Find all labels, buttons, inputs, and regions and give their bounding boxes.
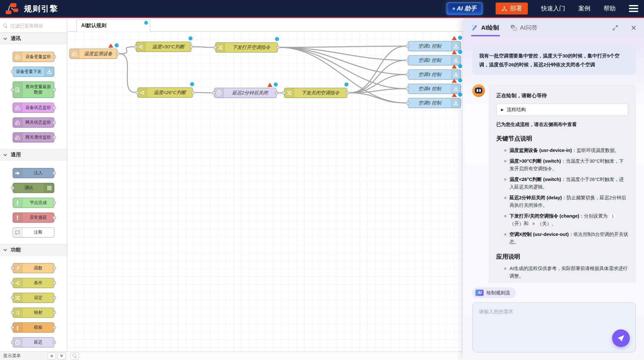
node-port[interactable] bbox=[11, 70, 14, 73]
palette-node[interactable]: 查询变量最新数据 bbox=[13, 81, 54, 98]
palette-node[interactable]: 注入 bbox=[13, 168, 54, 178]
palette-section-header[interactable]: 功能 bbox=[0, 244, 67, 255]
send-button[interactable] bbox=[612, 329, 630, 347]
node-port[interactable] bbox=[53, 296, 56, 299]
flow-node[interactable]: 温度监测设备 bbox=[69, 49, 117, 59]
node-port[interactable] bbox=[53, 267, 56, 270]
close-panel-button[interactable]: × bbox=[630, 24, 637, 33]
node-port[interactable] bbox=[53, 88, 56, 91]
node-port[interactable] bbox=[53, 216, 56, 219]
palette-node[interactable]: 映射 bbox=[13, 308, 54, 318]
node-port[interactable] bbox=[190, 45, 193, 48]
flow-structure-collapsible[interactable]: ▶ 流程结构 bbox=[496, 104, 628, 116]
node-port[interactable] bbox=[276, 46, 279, 49]
node-port[interactable] bbox=[53, 106, 56, 109]
nav-examples[interactable]: 案例 bbox=[578, 4, 590, 13]
palette-node[interactable]: f函数 bbox=[13, 263, 54, 273]
wire[interactable] bbox=[349, 93, 406, 103]
palette-node[interactable]: 异常捕获 bbox=[13, 213, 54, 223]
wire[interactable] bbox=[280, 47, 406, 75]
node-port[interactable] bbox=[53, 281, 56, 285]
node-port[interactable] bbox=[53, 201, 56, 204]
flow-node[interactable]: 空调2 控制 bbox=[408, 55, 461, 65]
node-port[interactable] bbox=[11, 281, 14, 285]
expand-panel-button[interactable] bbox=[611, 24, 619, 33]
flow-node[interactable]: 下发打开空调指令 bbox=[215, 42, 278, 52]
nav-help[interactable]: 帮助 bbox=[604, 4, 616, 13]
bang-icon bbox=[13, 198, 22, 207]
palette-node[interactable]: 延迟 bbox=[13, 337, 54, 347]
palette-node[interactable]: 设备状态监听 bbox=[13, 103, 54, 113]
node-port[interactable] bbox=[275, 91, 278, 94]
flow-node[interactable]: 空调1 控制 bbox=[408, 41, 461, 51]
node-port[interactable] bbox=[11, 88, 14, 91]
node-port[interactable] bbox=[136, 91, 139, 94]
nav-quickstart[interactable]: 快速入门 bbox=[541, 4, 565, 13]
node-port[interactable] bbox=[53, 341, 56, 344]
node-port[interactable] bbox=[11, 296, 14, 299]
tab-ai-draw[interactable]: AI绘制 bbox=[471, 24, 499, 36]
node-port[interactable] bbox=[53, 311, 56, 314]
palette-node[interactable]: 节点完成 bbox=[13, 198, 54, 208]
palette-node[interactable]: 设备变量监听 bbox=[13, 52, 54, 62]
wire[interactable] bbox=[193, 47, 213, 47]
palette-section-header[interactable]: 通讯 bbox=[0, 33, 67, 44]
node-port[interactable] bbox=[406, 45, 409, 48]
flow-node[interactable]: 温度<26°C判断 bbox=[137, 87, 193, 98]
ai-assistant-button[interactable]: AI 助手 bbox=[447, 3, 482, 15]
wire[interactable] bbox=[119, 47, 134, 54]
flow-node[interactable]: 空调4 控制 bbox=[408, 84, 461, 94]
expand-all-button[interactable] bbox=[57, 353, 66, 359]
node-port[interactable] bbox=[11, 267, 14, 270]
node-port[interactable] bbox=[406, 87, 409, 90]
flow-node[interactable]: 延迟2分钟后关闭 bbox=[214, 88, 277, 98]
flow-node[interactable]: 温度>30°C判断 bbox=[136, 42, 191, 52]
node-port[interactable] bbox=[406, 73, 409, 76]
node-port[interactable] bbox=[406, 59, 409, 62]
node-port[interactable] bbox=[283, 91, 286, 94]
palette-node[interactable]: 调试 bbox=[13, 183, 54, 193]
flow-node[interactable]: 空调5 控制 bbox=[408, 98, 461, 108]
change-icon bbox=[216, 43, 225, 52]
flow-node[interactable]: 空调3 控制 bbox=[408, 69, 461, 80]
node-port[interactable] bbox=[191, 91, 194, 94]
node-port[interactable] bbox=[53, 326, 56, 329]
deploy-button[interactable]: 部署 bbox=[496, 3, 528, 15]
flow-canvas[interactable]: 温度监测设备温度>30°C判断下发打开空调指令温度<26°C判断延迟2分钟后关闭… bbox=[68, 32, 463, 351]
prompt-textarea[interactable] bbox=[473, 303, 635, 352]
palette-search-input[interactable] bbox=[10, 23, 64, 28]
palette-node[interactable]: 网关透传监听 bbox=[13, 132, 54, 142]
flow-node[interactable]: 下发关闭空调指令 bbox=[284, 88, 347, 98]
node-port[interactable] bbox=[11, 341, 14, 344]
palette-node[interactable]: {模板 bbox=[13, 322, 54, 333]
zoom-search-button[interactable] bbox=[70, 352, 79, 359]
palette-section-header[interactable]: 通用 bbox=[0, 149, 67, 160]
wire[interactable] bbox=[195, 93, 212, 93]
palette-node[interactable]: 网关状态监听 bbox=[13, 117, 54, 128]
flow-tab[interactable]: AI默认规则 bbox=[76, 20, 150, 32]
node-port[interactable] bbox=[11, 311, 14, 314]
tab-ai-qa[interactable]: Q A AI问答 bbox=[510, 24, 538, 36]
node-port[interactable] bbox=[53, 136, 56, 139]
palette-node[interactable]: 注释 bbox=[13, 227, 54, 237]
palette-node[interactable]: 条件 bbox=[13, 278, 54, 288]
node-port[interactable] bbox=[406, 101, 409, 105]
menu-icon[interactable] bbox=[629, 5, 638, 12]
node-port[interactable] bbox=[53, 171, 56, 175]
node-port[interactable] bbox=[53, 55, 56, 58]
node-port[interactable] bbox=[53, 121, 56, 124]
wire[interactable] bbox=[119, 54, 135, 93]
palette-node[interactable]: 设定 bbox=[13, 293, 54, 303]
node-port[interactable] bbox=[11, 186, 14, 189]
node-port[interactable] bbox=[214, 46, 217, 49]
node-port[interactable] bbox=[11, 326, 14, 329]
collapse-all-button[interactable] bbox=[48, 353, 56, 359]
wire[interactable] bbox=[280, 46, 406, 47]
palette-node[interactable]: 设备变量下发 bbox=[13, 67, 54, 77]
node-port[interactable] bbox=[134, 45, 137, 48]
node-port[interactable] bbox=[116, 52, 119, 55]
down-icon bbox=[451, 70, 461, 79]
node-port[interactable] bbox=[346, 91, 349, 94]
draw-ruleflow-chip[interactable]: AI 绘制规则流 bbox=[472, 287, 516, 298]
node-port[interactable] bbox=[212, 91, 216, 94]
